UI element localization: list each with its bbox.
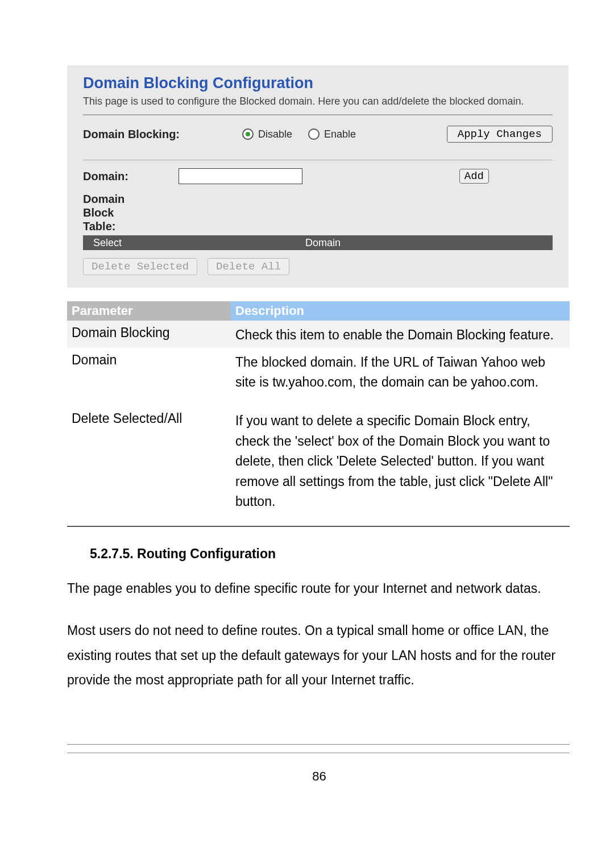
blocking-row: Domain Blocking: Disable Enable Apply Ch… [83, 126, 553, 154]
divider [67, 744, 570, 745]
domain-input[interactable] [179, 168, 302, 184]
divider [83, 160, 553, 160]
panel-subtitle: This page is used to configure the Block… [83, 95, 553, 107]
radio-enable[interactable] [308, 128, 320, 140]
parameter-table: Parameter Description Domain Blocking Ch… [67, 301, 570, 527]
param-desc: Check this item to enable the Domain Blo… [231, 321, 570, 348]
divider [67, 753, 570, 753]
section-heading: 5.2.7.5. Routing Configuration [90, 546, 571, 562]
delete-all-button[interactable]: Delete All [208, 258, 289, 275]
body-paragraph: Most users do not need to define routes.… [67, 618, 570, 693]
blocking-label: Domain Blocking: [83, 128, 242, 141]
panel-title: Domain Blocking Configuration [83, 74, 553, 92]
col-description: Description [231, 301, 570, 321]
col-domain: Domain [165, 237, 553, 249]
radio-group: Disable Enable [242, 128, 356, 140]
radio-disable[interactable] [242, 128, 254, 140]
col-select: Select [83, 237, 165, 249]
table-button-row: Delete Selected Delete All [83, 258, 553, 275]
param-desc: If you want to delete a specific Domain … [231, 406, 570, 526]
param-name: Delete Selected/All [67, 406, 231, 526]
radio-disable-label: Disable [258, 128, 292, 140]
param-desc: The blocked domain. If the URL of Taiwan… [231, 348, 570, 406]
domain-label: Domain: [83, 170, 179, 183]
apply-changes-button[interactable]: Apply Changes [447, 126, 553, 143]
page-number: 86 [67, 769, 571, 784]
col-parameter: Parameter [67, 301, 231, 321]
domain-entry-row: Domain: Add [83, 168, 553, 184]
config-panel: Domain Blocking Configuration This page … [67, 65, 569, 288]
block-table-header: Select Domain [83, 235, 553, 250]
footer-rule [67, 744, 570, 753]
body-paragraph: The page enables you to define specific … [67, 576, 570, 601]
param-name: Domain [67, 348, 231, 406]
block-table-label: Domain Block Table: [83, 192, 553, 233]
divider [83, 114, 553, 115]
radio-enable-label: Enable [324, 128, 356, 140]
param-name: Domain Blocking [67, 321, 231, 348]
document-page: Domain Blocking Configuration This page … [0, 0, 614, 807]
delete-selected-button[interactable]: Delete Selected [83, 258, 197, 275]
add-button[interactable]: Add [459, 169, 489, 184]
